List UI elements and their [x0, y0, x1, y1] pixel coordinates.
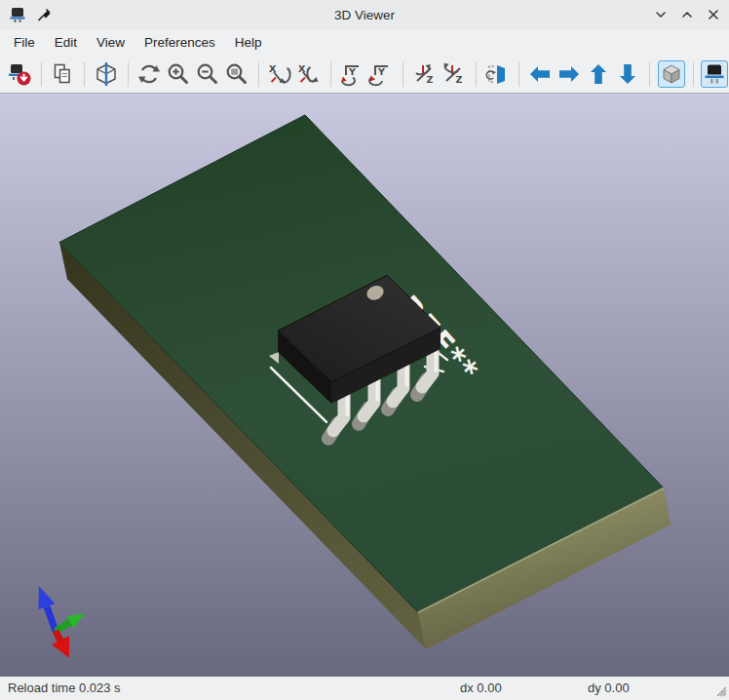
rotate-z-counterclockwise-icon: Z: [441, 61, 467, 87]
raytracing-button[interactable]: [93, 60, 120, 88]
rotate-y-counterclockwise-icon: Y: [368, 61, 394, 87]
reload-time-status: Reload time 0.023 s: [8, 681, 121, 695]
dy-status: dy 0.00: [588, 681, 630, 695]
zoom-fit-icon: [224, 61, 249, 87]
pin-icon[interactable]: [35, 6, 53, 23]
menubar: File Edit View Preferences Help: [0, 29, 729, 56]
rotate-z-ccw-button[interactable]: Z: [441, 60, 468, 88]
flip-board-button[interactable]: [483, 60, 511, 88]
rotate-x-clockwise-icon: X: [267, 61, 292, 87]
arrow-up-icon: [586, 61, 611, 87]
rotate-z-cw-button[interactable]: Z: [411, 60, 439, 88]
orthographic-projection-toggle[interactable]: [658, 60, 685, 88]
svg-text:Z: Z: [455, 74, 462, 85]
arrow-right-icon: [556, 61, 582, 87]
svg-text:X: X: [269, 63, 277, 74]
flip-board-icon: [484, 61, 510, 87]
chevron-down-icon: [653, 7, 669, 22]
rotate-y-ccw-button[interactable]: Y: [367, 60, 395, 88]
reload-board-button[interactable]: [6, 60, 33, 88]
titlebar[interactable]: 3D Viewer: [0, 0, 729, 29]
arrow-left-icon: [527, 61, 553, 87]
move-down-button[interactable]: [614, 60, 641, 88]
reload-board-icon: [7, 61, 32, 87]
zoom-in-button[interactable]: [165, 60, 192, 88]
refresh-icon: [136, 61, 162, 87]
move-right-button[interactable]: [556, 60, 583, 88]
arrow-down-icon: [615, 61, 640, 87]
menu-view[interactable]: View: [87, 31, 134, 54]
rotate-z-clockwise-icon: Z: [412, 61, 438, 87]
3d-viewport[interactable]: REF**: [0, 93, 729, 677]
svg-text:Y: Y: [377, 66, 385, 77]
rotate-y-cw-button[interactable]: Y: [338, 60, 365, 88]
show-3d-models-toggle[interactable]: [701, 60, 728, 88]
window-title: 3D Viewer: [0, 8, 729, 22]
chevron-up-icon: [679, 7, 695, 22]
copy-icon: [50, 61, 75, 87]
svg-text:X: X: [298, 63, 306, 74]
resize-grip[interactable]: [713, 683, 727, 697]
dx-status: dx 0.00: [460, 681, 502, 695]
menu-file[interactable]: File: [4, 31, 45, 54]
rotate-y-clockwise-icon: Y: [339, 61, 364, 87]
window-controls: [653, 7, 721, 22]
zoom-fit-button[interactable]: [223, 60, 250, 88]
svg-text:Y: Y: [348, 66, 356, 77]
menu-help[interactable]: Help: [225, 31, 272, 54]
rotate-x-counterclockwise-icon: X: [296, 61, 322, 87]
zoom-out-icon: [195, 61, 220, 87]
rotate-x-ccw-button[interactable]: X: [295, 60, 323, 88]
move-up-button[interactable]: [585, 60, 612, 88]
menu-edit[interactable]: Edit: [45, 31, 87, 54]
raytracing-cube-icon: [94, 61, 119, 87]
move-left-button[interactable]: [526, 60, 554, 88]
zoom-out-button[interactable]: [194, 60, 221, 88]
zoom-in-icon: [166, 61, 191, 87]
x-axis-shaft: [56, 631, 60, 641]
svg-text:Z: Z: [426, 74, 433, 85]
statusbar: Reload time 0.023 s dx 0.00 dy 0.00: [0, 677, 729, 699]
close-button[interactable]: [706, 7, 721, 22]
copy-image-button[interactable]: [49, 60, 76, 88]
close-icon: [706, 7, 721, 22]
shade-button[interactable]: [653, 7, 669, 22]
transistor-model-icon: [702, 61, 727, 87]
rotate-x-cw-button[interactable]: X: [266, 60, 293, 88]
menu-preferences[interactable]: Preferences: [134, 31, 225, 54]
maximize-button[interactable]: [679, 7, 695, 22]
toolbar: X X Y Y: [0, 56, 729, 93]
redraw-button[interactable]: [135, 60, 163, 88]
orthographic-cube-icon: [659, 61, 684, 87]
app-3d-viewer-icon: [8, 5, 27, 24]
